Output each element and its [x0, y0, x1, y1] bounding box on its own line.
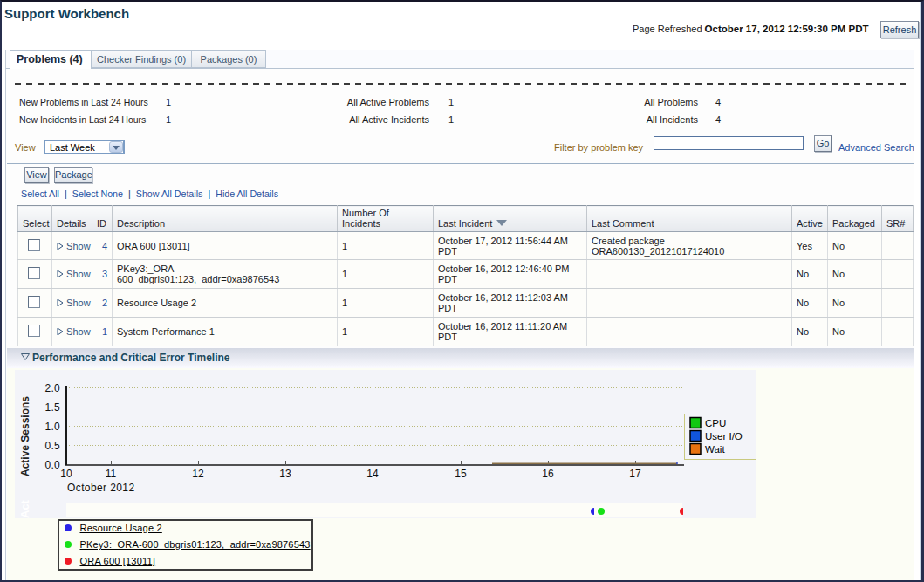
- svg-text:CPU: CPU: [705, 418, 726, 428]
- svg-text:October 2012: October 2012: [67, 482, 135, 494]
- svg-text:14: 14: [366, 468, 379, 480]
- svg-text:13: 13: [279, 468, 291, 480]
- svg-text:Wait: Wait: [705, 444, 725, 455]
- svg-text:11: 11: [106, 468, 117, 480]
- svg-text:12: 12: [192, 468, 204, 480]
- svg-text:1.0: 1.0: [44, 421, 60, 433]
- svg-text:0.0: 0.0: [44, 459, 60, 471]
- svg-text:Act: Act: [18, 499, 31, 518]
- svg-text:1.5: 1.5: [44, 401, 60, 414]
- svg-text:2.0: 2.0: [44, 382, 60, 394]
- svg-text:16: 16: [542, 468, 554, 480]
- svg-text:17: 17: [629, 468, 641, 480]
- svg-text:15: 15: [455, 468, 467, 480]
- svg-text:User I/O: User I/O: [705, 431, 743, 442]
- svg-text:10: 10: [60, 468, 72, 480]
- svg-text:Active Sessions: Active Sessions: [19, 396, 31, 476]
- svg-text:0.5: 0.5: [44, 440, 60, 452]
